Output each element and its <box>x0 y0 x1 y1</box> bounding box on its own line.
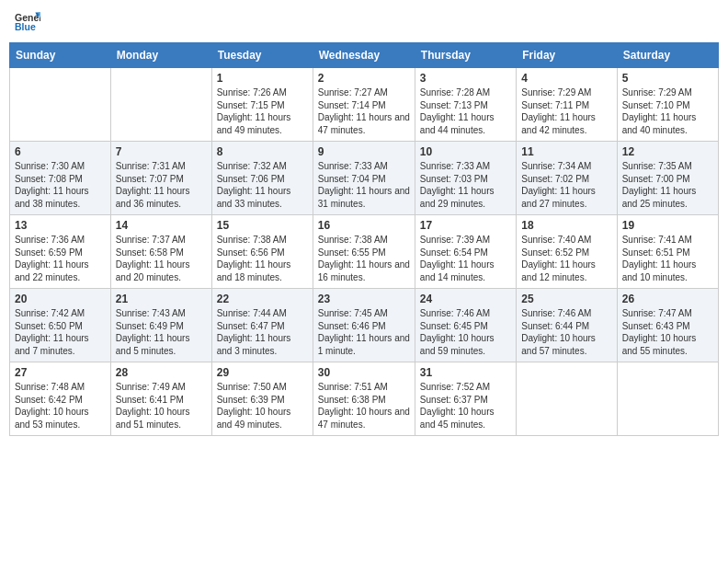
day-detail: Sunrise: 7:43 AM Sunset: 6:49 PM Dayligh… <box>116 307 207 357</box>
day-detail: Sunrise: 7:47 AM Sunset: 6:43 PM Dayligh… <box>622 307 713 357</box>
day-detail: Sunrise: 7:40 AM Sunset: 6:52 PM Dayligh… <box>521 234 611 283</box>
calendar-cell: 29Sunrise: 7:50 AM Sunset: 6:39 PM Dayli… <box>211 362 313 436</box>
calendar-cell: 23Sunrise: 7:45 AM Sunset: 6:46 PM Dayli… <box>313 289 415 362</box>
day-detail: Sunrise: 7:44 AM Sunset: 6:47 PM Dayligh… <box>217 307 308 357</box>
calendar-week-1: 1Sunrise: 7:26 AM Sunset: 7:15 PM Daylig… <box>10 68 719 142</box>
weekday-header-sunday: Sunday <box>10 43 111 68</box>
calendar-cell: 25Sunrise: 7:46 AM Sunset: 6:44 PM Dayli… <box>517 289 617 362</box>
calendar-cell <box>10 68 111 142</box>
day-detail: Sunrise: 7:33 AM Sunset: 7:04 PM Dayligh… <box>318 160 410 210</box>
calendar-cell: 5Sunrise: 7:29 AM Sunset: 7:10 PM Daylig… <box>617 68 718 142</box>
calendar-cell: 26Sunrise: 7:47 AM Sunset: 6:43 PM Dayli… <box>617 289 718 362</box>
day-detail: Sunrise: 7:29 AM Sunset: 7:11 PM Dayligh… <box>521 86 611 136</box>
day-detail: Sunrise: 7:38 AM Sunset: 6:56 PM Dayligh… <box>217 234 308 283</box>
day-number: 12 <box>622 145 713 158</box>
calendar-week-3: 13Sunrise: 7:36 AM Sunset: 6:59 PM Dayli… <box>10 215 719 289</box>
day-detail: Sunrise: 7:51 AM Sunset: 6:38 PM Dayligh… <box>318 381 410 431</box>
day-detail: Sunrise: 7:35 AM Sunset: 7:00 PM Dayligh… <box>622 160 713 210</box>
calendar-cell: 19Sunrise: 7:41 AM Sunset: 6:51 PM Dayli… <box>617 215 718 289</box>
day-detail: Sunrise: 7:52 AM Sunset: 6:37 PM Dayligh… <box>420 381 511 431</box>
day-number: 9 <box>318 145 410 158</box>
day-number: 19 <box>622 219 713 232</box>
logo-icon: General Blue <box>15 9 40 35</box>
day-number: 14 <box>116 219 207 232</box>
page-header: General Blue <box>9 9 719 35</box>
weekday-header-wednesday: Wednesday <box>313 43 415 68</box>
calendar-cell: 28Sunrise: 7:49 AM Sunset: 6:41 PM Dayli… <box>110 362 211 436</box>
weekday-header-tuesday: Tuesday <box>211 43 313 68</box>
logo: General Blue <box>13 9 42 35</box>
calendar-cell <box>617 362 718 436</box>
day-detail: Sunrise: 7:36 AM Sunset: 6:59 PM Dayligh… <box>15 234 106 283</box>
calendar-cell: 8Sunrise: 7:32 AM Sunset: 7:06 PM Daylig… <box>211 142 313 215</box>
calendar-week-5: 27Sunrise: 7:48 AM Sunset: 6:42 PM Dayli… <box>10 362 719 436</box>
weekday-header-friday: Friday <box>517 43 617 68</box>
day-detail: Sunrise: 7:33 AM Sunset: 7:03 PM Dayligh… <box>420 160 511 210</box>
day-number: 23 <box>318 293 410 305</box>
day-detail: Sunrise: 7:42 AM Sunset: 6:50 PM Dayligh… <box>15 307 106 357</box>
day-number: 8 <box>217 145 308 158</box>
day-detail: Sunrise: 7:26 AM Sunset: 7:15 PM Dayligh… <box>217 86 308 136</box>
svg-text:Blue: Blue <box>15 21 36 32</box>
calendar-cell: 27Sunrise: 7:48 AM Sunset: 6:42 PM Dayli… <box>10 362 111 436</box>
day-detail: Sunrise: 7:34 AM Sunset: 7:02 PM Dayligh… <box>521 160 611 210</box>
day-number: 10 <box>420 145 511 158</box>
calendar-cell: 24Sunrise: 7:46 AM Sunset: 6:45 PM Dayli… <box>415 289 516 362</box>
day-number: 18 <box>521 219 611 232</box>
calendar-cell: 20Sunrise: 7:42 AM Sunset: 6:50 PM Dayli… <box>10 289 111 362</box>
day-number: 21 <box>116 293 207 305</box>
day-number: 27 <box>15 366 106 379</box>
calendar-cell: 11Sunrise: 7:34 AM Sunset: 7:02 PM Dayli… <box>517 142 617 215</box>
calendar-cell: 12Sunrise: 7:35 AM Sunset: 7:00 PM Dayli… <box>617 142 718 215</box>
day-number: 30 <box>318 366 410 379</box>
day-detail: Sunrise: 7:41 AM Sunset: 6:51 PM Dayligh… <box>622 234 713 283</box>
weekday-header-saturday: Saturday <box>617 43 718 68</box>
day-detail: Sunrise: 7:45 AM Sunset: 6:46 PM Dayligh… <box>318 307 410 357</box>
calendar-cell: 4Sunrise: 7:29 AM Sunset: 7:11 PM Daylig… <box>517 68 617 142</box>
day-number: 24 <box>420 293 511 305</box>
calendar-week-2: 6Sunrise: 7:30 AM Sunset: 7:08 PM Daylig… <box>10 142 719 215</box>
day-detail: Sunrise: 7:46 AM Sunset: 6:45 PM Dayligh… <box>420 307 511 357</box>
calendar-cell: 13Sunrise: 7:36 AM Sunset: 6:59 PM Dayli… <box>10 215 111 289</box>
day-number: 26 <box>622 293 713 305</box>
day-number: 22 <box>217 293 308 305</box>
calendar-cell: 14Sunrise: 7:37 AM Sunset: 6:58 PM Dayli… <box>110 215 211 289</box>
day-number: 2 <box>318 72 410 85</box>
day-number: 13 <box>15 219 106 232</box>
day-number: 6 <box>15 145 106 158</box>
day-detail: Sunrise: 7:50 AM Sunset: 6:39 PM Dayligh… <box>217 381 308 431</box>
day-number: 25 <box>521 293 611 305</box>
day-number: 15 <box>217 219 308 232</box>
calendar-table: SundayMondayTuesdayWednesdayThursdayFrid… <box>9 42 719 436</box>
calendar-cell: 30Sunrise: 7:51 AM Sunset: 6:38 PM Dayli… <box>313 362 415 436</box>
day-detail: Sunrise: 7:48 AM Sunset: 6:42 PM Dayligh… <box>15 381 106 431</box>
calendar-cell: 9Sunrise: 7:33 AM Sunset: 7:04 PM Daylig… <box>313 142 415 215</box>
calendar-cell: 18Sunrise: 7:40 AM Sunset: 6:52 PM Dayli… <box>517 215 617 289</box>
calendar-cell: 2Sunrise: 7:27 AM Sunset: 7:14 PM Daylig… <box>313 68 415 142</box>
day-number: 28 <box>116 366 207 379</box>
calendar-cell: 31Sunrise: 7:52 AM Sunset: 6:37 PM Dayli… <box>415 362 516 436</box>
day-detail: Sunrise: 7:39 AM Sunset: 6:54 PM Dayligh… <box>420 234 511 283</box>
day-number: 1 <box>217 72 308 85</box>
calendar-cell <box>110 68 211 142</box>
calendar-cell <box>517 362 617 436</box>
day-number: 29 <box>217 366 308 379</box>
day-number: 11 <box>521 145 611 158</box>
weekday-header-row: SundayMondayTuesdayWednesdayThursdayFrid… <box>10 43 719 68</box>
day-detail: Sunrise: 7:32 AM Sunset: 7:06 PM Dayligh… <box>217 160 308 210</box>
calendar-cell: 7Sunrise: 7:31 AM Sunset: 7:07 PM Daylig… <box>110 142 211 215</box>
day-detail: Sunrise: 7:27 AM Sunset: 7:14 PM Dayligh… <box>318 86 410 136</box>
day-detail: Sunrise: 7:30 AM Sunset: 7:08 PM Dayligh… <box>15 160 106 210</box>
day-detail: Sunrise: 7:49 AM Sunset: 6:41 PM Dayligh… <box>116 381 207 431</box>
calendar-week-4: 20Sunrise: 7:42 AM Sunset: 6:50 PM Dayli… <box>10 289 719 362</box>
day-number: 7 <box>116 145 207 158</box>
day-number: 16 <box>318 219 410 232</box>
day-number: 31 <box>420 366 511 379</box>
day-number: 3 <box>420 72 511 85</box>
day-number: 20 <box>15 293 106 305</box>
day-detail: Sunrise: 7:37 AM Sunset: 6:58 PM Dayligh… <box>116 234 207 283</box>
day-detail: Sunrise: 7:46 AM Sunset: 6:44 PM Dayligh… <box>521 307 611 357</box>
day-detail: Sunrise: 7:31 AM Sunset: 7:07 PM Dayligh… <box>116 160 207 210</box>
calendar-cell: 10Sunrise: 7:33 AM Sunset: 7:03 PM Dayli… <box>415 142 516 215</box>
calendar-cell: 21Sunrise: 7:43 AM Sunset: 6:49 PM Dayli… <box>110 289 211 362</box>
